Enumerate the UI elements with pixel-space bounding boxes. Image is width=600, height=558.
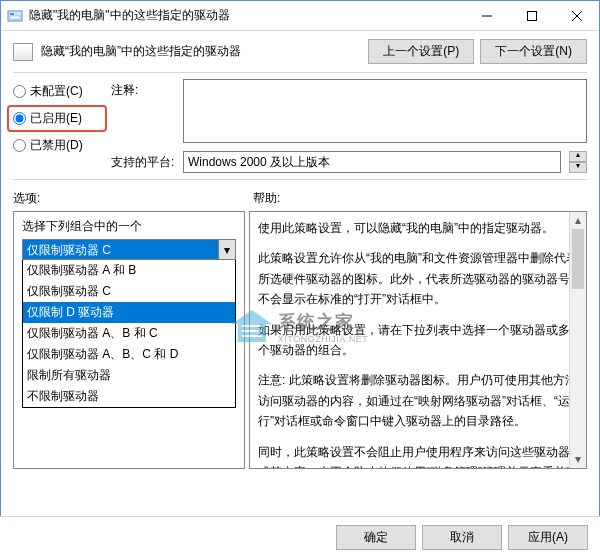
radio-disabled-label: 已禁用(D) [30,137,83,154]
header-row: 隐藏“我的电脑”中的这些指定的驱动器 上一个设置(P) 下一个设置(N) [13,39,587,64]
scroll-thumb[interactable] [572,229,584,289]
minimize-icon [482,11,492,21]
titlebar-buttons [464,1,599,30]
next-setting-button[interactable]: 下一个设置(N) [480,39,587,64]
minimize-button[interactable] [464,1,509,30]
comment-label: 注释: [111,79,175,99]
divider [13,72,587,73]
platform-label: 支持的平台: [111,151,175,171]
radio-disabled[interactable]: 已禁用(D) [13,137,101,154]
divider-2 [13,179,587,180]
dialog-buttons: 确定 取消 应用(A) [0,516,600,558]
options-label: 选项: [13,190,253,207]
help-panel: 使用此策略设置，可以隐藏“我的电脑”中的指定驱动器。 此策略设置允许你从“我的电… [249,211,587,469]
comment-textarea[interactable] [183,79,587,143]
radio-enabled[interactable]: 已启用(E) [7,105,107,132]
radio-not-configured-label: 未配置(C) [30,83,83,100]
svg-rect-4 [527,11,536,20]
help-paragraph: 注意: 此策略设置将删除驱动器图标。用户仍可使用其他方法访问驱动器的内容，如通过… [258,370,578,431]
ok-button[interactable]: 确定 [336,525,416,550]
scroll-up-icon[interactable]: ▴ [570,212,586,229]
drive-combo-option[interactable]: 不限制驱动器 [23,386,235,407]
apply-button[interactable]: 应用(A) [508,525,588,550]
section-labels: 选项: 帮助: [13,190,587,207]
platform-value: Windows 2000 及以上版本 [188,154,330,171]
help-label: 帮助: [253,190,280,207]
radio-not-configured[interactable]: 未配置(C) [13,83,101,100]
radio-not-configured-input[interactable] [13,85,26,98]
radio-enabled-input[interactable] [13,112,26,125]
help-paragraph: 此策略设置允许你从“我的电脑”和文件资源管理器中删除代表所选硬件驱动器的图标。此… [258,248,578,309]
maximize-button[interactable] [509,1,554,30]
cancel-button[interactable]: 取消 [422,525,502,550]
drive-combo-list: 仅限制驱动器 A 和 B仅限制驱动器 C仅限制 D 驱动器仅限制驱动器 A、B … [22,260,236,408]
spinner-down[interactable]: ▼ [569,162,587,173]
drive-combo-option[interactable]: 仅限制驱动器 A、B 和 C [23,323,235,344]
svg-rect-1 [10,13,14,15]
spinner-up[interactable]: ▲ [569,151,587,162]
platform-spinner: ▲ ▼ [569,151,587,173]
scroll-down-icon[interactable]: ▾ [570,451,586,468]
close-button[interactable] [554,1,599,30]
window-title: 隐藏"我的电脑"中的这些指定的驱动器 [29,7,464,24]
maximize-icon [527,11,537,21]
combo-prompt: 选择下列组合中的一个 [14,212,244,239]
options-panel: 选择下列组合中的一个 仅限制驱动器 C ▾ 仅限制驱动器 A 和 B仅限制驱动器… [13,211,245,469]
drive-combo-option[interactable]: 限制所有驱动器 [23,365,235,386]
drive-combo-selected: 仅限制驱动器 C [23,240,218,259]
scroll-track[interactable] [570,229,586,451]
titlebar: 隐藏"我的电脑"中的这些指定的驱动器 [1,1,599,31]
help-paragraph: 如果启用此策略设置，请在下拉列表中选择一个驱动器或多个驱动器的组合。 [258,320,578,361]
help-paragraph: 使用此策略设置，可以隐藏“我的电脑”中的指定驱动器。 [258,218,578,238]
help-paragraph: 同时，此策略设置不会阻止用户使用程序来访问这些驱动器或其内容，也不会防止他们使用… [258,442,578,469]
drive-combo-option[interactable]: 仅限制驱动器 A、B、C 和 D [23,344,235,365]
svg-rect-2 [10,16,20,19]
drive-combo[interactable]: 仅限制驱动器 C ▾ [22,239,236,260]
chevron-down-icon: ▾ [218,240,235,259]
close-icon [572,11,582,21]
drive-combo-option[interactable]: 仅限制 D 驱动器 [23,302,235,323]
drive-combo-option[interactable]: 仅限制驱动器 A 和 B [23,260,235,281]
platform-field: Windows 2000 及以上版本 [183,151,561,173]
radio-disabled-input[interactable] [13,139,26,152]
policy-icon [13,43,33,61]
radio-enabled-label: 已启用(E) [30,110,82,127]
policy-title: 隐藏“我的电脑”中的这些指定的驱动器 [41,43,360,60]
state-radio-group: 未配置(C) 已启用(E) 已禁用(D) [13,79,101,173]
app-icon [7,8,23,24]
prev-setting-button[interactable]: 上一个设置(P) [368,39,474,64]
drive-combo-option[interactable]: 仅限制驱动器 C [23,281,235,302]
help-scrollbar[interactable]: ▴ ▾ [569,212,586,468]
